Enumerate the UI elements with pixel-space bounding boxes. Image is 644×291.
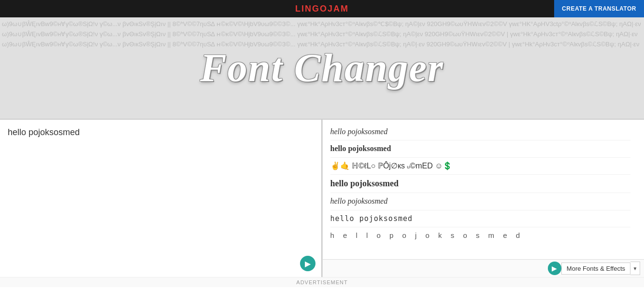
- font-list: hello pojoksosmed hello pojoksosmed ✌🤙 ℍ…: [323, 120, 644, 248]
- more-fonts-dropdown[interactable]: ▼: [630, 262, 640, 275]
- arrow-icon: ▶: [552, 264, 557, 272]
- hero-section: ω)9ω∪βŴĘıvBw9©н∀γ©ω®SįΩ!ν γ©ω...ν βvΘıкS…: [0, 17, 644, 119]
- advertisement-label: ADVERTISEMENT: [296, 279, 347, 285]
- bottom-bar: ▶ More Fonts & Effects ▼: [323, 259, 644, 277]
- arrow-right-icon: ▶: [305, 259, 311, 268]
- site-logo: LINGOJAM: [295, 4, 349, 14]
- more-fonts-button[interactable]: More Fonts & Effects: [561, 263, 630, 275]
- right-panel-wrapper: hello pojoksosmed hello pojoksosmed ✌🤙 ℍ…: [322, 120, 644, 277]
- top-nav: LINGOJAM CREATE A TRANSLATOR: [0, 0, 644, 17]
- advertisement-bar: ADVERTISEMENT: [0, 277, 644, 287]
- hero-title: Font Changer: [200, 45, 444, 91]
- right-arrow-button[interactable]: ▶: [548, 262, 561, 275]
- logo-jam: JAM: [328, 4, 349, 14]
- font-variant-5[interactable]: hello pojoksosmed: [330, 193, 631, 210]
- left-panel: hello pojoksosmed ▶: [0, 120, 322, 277]
- font-variant-4[interactable]: hello pojoksosmed: [330, 175, 631, 193]
- chevron-down-icon: ▼: [633, 266, 638, 271]
- font-variant-6[interactable]: hello pojoksosmed: [330, 210, 631, 227]
- logo-lingo: LINGO: [295, 4, 328, 14]
- create-translator-button[interactable]: CREATE A TRANSLATOR: [554, 0, 644, 17]
- font-variant-1[interactable]: hello pojoksosmed: [330, 124, 631, 140]
- left-arrow-button[interactable]: ▶: [300, 256, 315, 271]
- main-area: hello pojoksosmed ▶ hello pojoksosmed he…: [0, 119, 644, 277]
- font-variant-2[interactable]: hello pojoksosmed: [330, 140, 631, 157]
- text-input[interactable]: hello pojoksosmed: [8, 127, 314, 269]
- font-variant-3[interactable]: ✌🤙 ℍ©ℓL○ ℙÔj∅кs ᵤ©mED ☺💲: [330, 158, 631, 175]
- font-variant-7[interactable]: h e l l o p o j o k s o s m e d: [330, 227, 631, 244]
- font-list-scroll[interactable]: hello pojoksosmed hello pojoksosmed ✌🤙 ℍ…: [323, 120, 644, 259]
